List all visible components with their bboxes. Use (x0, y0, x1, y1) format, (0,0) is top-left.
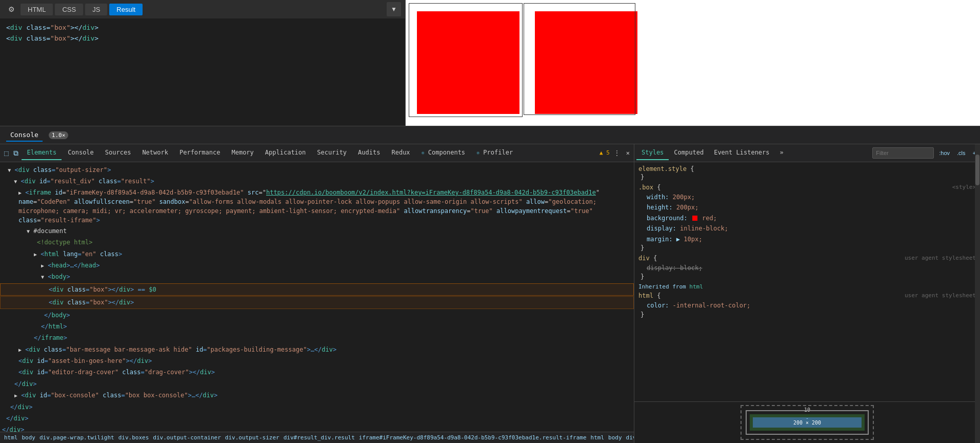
dom-line[interactable]: <div id="asset-bin-goes-here"></div> (0, 355, 634, 367)
triangle-icon[interactable]: ▼ (8, 167, 11, 173)
styles-panel: Styles Computed Event Listeners » :hov .… (634, 144, 980, 443)
box-model-section: 10 - - 200 × 200 (634, 401, 980, 443)
tab-html[interactable]: HTML (21, 4, 53, 15)
breadcrumb-div-pagewrap[interactable]: div.page-wrap.twilight (39, 434, 114, 441)
breadcrumb-iframe[interactable]: iframe#iFrameKey-d8f89a54-d9a8-042d-b5b9… (359, 434, 587, 441)
breadcrumb-body[interactable]: body (22, 434, 36, 441)
dom-line[interactable]: </div> (0, 413, 634, 424)
tab-memory[interactable]: Memory (226, 146, 258, 160)
style-prop: width: 200px; (638, 192, 976, 202)
dom-line[interactable]: </div> (0, 378, 634, 390)
styles-actions: :hov .cls + (872, 147, 978, 159)
breadcrumb-div-result-div[interactable]: div#result_div.result (284, 434, 355, 441)
dom-line[interactable]: ▶ <html lang="en" class> (0, 248, 634, 260)
dom-line[interactable]: ▶ <div class="bar-message bar-message-as… (0, 344, 634, 355)
styles-content: element.style { } .box { <style> width: … (634, 162, 980, 401)
tab-redux[interactable]: Redux (386, 146, 415, 160)
dom-line[interactable]: <div id="editor-drag-cover" class="drag-… (0, 367, 634, 378)
tab-result[interactable]: Result (109, 4, 143, 15)
tab-network[interactable]: Network (137, 146, 173, 160)
styles-tabs: Styles Computed Event Listeners » :hov .… (634, 144, 980, 162)
inspect-icon[interactable]: ⬚ (2, 149, 10, 157)
style-selector: .box { <style> (638, 184, 976, 191)
tab-elements[interactable]: Elements (22, 146, 62, 160)
dom-line[interactable]: ▼ <div id="result_div" class="result"> (0, 176, 634, 187)
tab-profiler[interactable]: ⚛ Profiler (471, 146, 518, 160)
scrollbar[interactable] (975, 144, 980, 443)
zoom-badge: 1.0× (49, 131, 69, 139)
style-tab-computed[interactable]: Computed (669, 146, 709, 160)
code-line-1: <div class="box"></div> (6, 23, 399, 33)
dom-line[interactable]: </iframe> (0, 332, 634, 343)
dom-line[interactable]: ▼ <body> (0, 271, 634, 282)
tab-js[interactable]: JS (85, 4, 107, 15)
devtools-tabs: ⬚ ⧉ Elements Console Sources Network Per… (0, 144, 634, 162)
dom-line[interactable]: </body> (0, 310, 634, 321)
triangle-icon[interactable]: ▼ (41, 274, 44, 280)
dom-line[interactable]: </html> (0, 321, 634, 332)
preview-box-1 (417, 11, 519, 114)
dom-line[interactable]: </div> (0, 401, 634, 413)
preview-inner (406, 0, 980, 126)
tab-application[interactable]: Application (260, 146, 311, 160)
triangle-icon[interactable]: ▼ (27, 228, 30, 234)
console-tab[interactable]: Console (6, 129, 43, 142)
scrollbar-thumb[interactable] (975, 155, 979, 185)
dom-tree[interactable]: ▼ <div class="output-sizer"> ▼ <div id="… (0, 162, 634, 432)
console-bar: Console 1.0× (0, 126, 980, 144)
dom-line[interactable]: </div> (0, 424, 634, 432)
tab-components[interactable]: ⚛ Components (416, 146, 471, 160)
dom-line[interactable]: ▶ <div id="box-console" class="box box-c… (0, 390, 634, 401)
style-tab-styles[interactable]: Styles (636, 146, 669, 160)
devtools-more-icon[interactable]: ⋮ (612, 149, 622, 157)
more-button[interactable]: ▼ (387, 2, 401, 16)
tab-css[interactable]: CSS (55, 4, 83, 15)
style-tab-more[interactable]: » (775, 146, 789, 160)
style-selector: div { user agent stylesheet (638, 255, 976, 262)
breadcrumb-html[interactable]: html (4, 434, 18, 441)
style-prop-strikethrough: display: block; (638, 263, 976, 273)
devtools: ⬚ ⧉ Elements Console Sources Network Per… (0, 144, 980, 443)
devtools-close-icon[interactable]: ✕ (624, 149, 632, 157)
tab-performance[interactable]: Performance (174, 146, 225, 160)
dom-line[interactable]: ▶ <head>…</head> (0, 260, 634, 271)
style-tab-event-listeners[interactable]: Event Listeners (709, 146, 774, 160)
gear-button[interactable]: ⚙ (4, 2, 18, 16)
hov-button[interactable]: :hov (937, 149, 952, 157)
tab-security[interactable]: Security (312, 146, 352, 160)
triangle-icon[interactable]: ▶ (18, 347, 22, 353)
dom-line[interactable]: ▼ <div class="output-sizer"> (0, 164, 634, 176)
dom-line[interactable]: <div class="box"></div> (0, 296, 634, 309)
triangle-icon[interactable]: ▶ (14, 393, 17, 398)
style-prop: color: -internal-root-color; (638, 300, 976, 311)
tab-console[interactable]: Console (63, 146, 99, 160)
breadcrumb-html2[interactable]: html (591, 434, 605, 441)
triangle-icon[interactable]: ▶ (34, 252, 37, 257)
triangle-icon[interactable]: ▼ (14, 179, 17, 184)
dom-line-doctype[interactable]: <!doctype html> (0, 237, 634, 248)
breadcrumb-div-output-sizer[interactable]: div.output-sizer (225, 434, 279, 441)
warning-count: ▲ 5 (599, 149, 610, 157)
breadcrumb-div-box[interactable]: div.box (626, 434, 634, 441)
dom-line-selected[interactable]: <div class="box"></div> == $0 (0, 283, 634, 296)
tab-sources[interactable]: Sources (100, 146, 136, 160)
tab-audits[interactable]: Audits (353, 146, 385, 160)
editor-tabs: ⚙ HTML CSS JS Result ▼ (0, 0, 405, 18)
filter-input[interactable] (872, 147, 934, 159)
dom-line-iframe[interactable]: ▶ <iframe id="iFrameKey-d8f89a54-d9a8-04… (0, 187, 634, 225)
editor-panel: ⚙ HTML CSS JS Result ▼ <div class="box">… (0, 0, 405, 126)
breadcrumb-div-boxes[interactable]: div.boxes (118, 434, 149, 441)
style-prop: height: 200px; (638, 202, 976, 213)
inherited-label: Inherited from html (638, 283, 976, 290)
style-rule-box: .box { <style> width: 200px; height: 200… (638, 184, 976, 252)
triangle-icon[interactable]: ▶ (41, 263, 44, 268)
breadcrumb: html body div.page-wrap.twilight div.box… (0, 432, 634, 443)
breadcrumb-body2[interactable]: body (608, 434, 622, 441)
responsive-icon[interactable]: ⧉ (11, 149, 21, 158)
dom-line[interactable]: ▼ #document (0, 225, 634, 237)
color-swatch[interactable] (692, 216, 697, 221)
triangle-icon[interactable]: ▶ (18, 190, 22, 196)
cls-button[interactable]: .cls (955, 149, 968, 157)
preview-box-2 (535, 11, 637, 114)
breadcrumb-div-output-container[interactable]: div.output-container (153, 434, 221, 441)
